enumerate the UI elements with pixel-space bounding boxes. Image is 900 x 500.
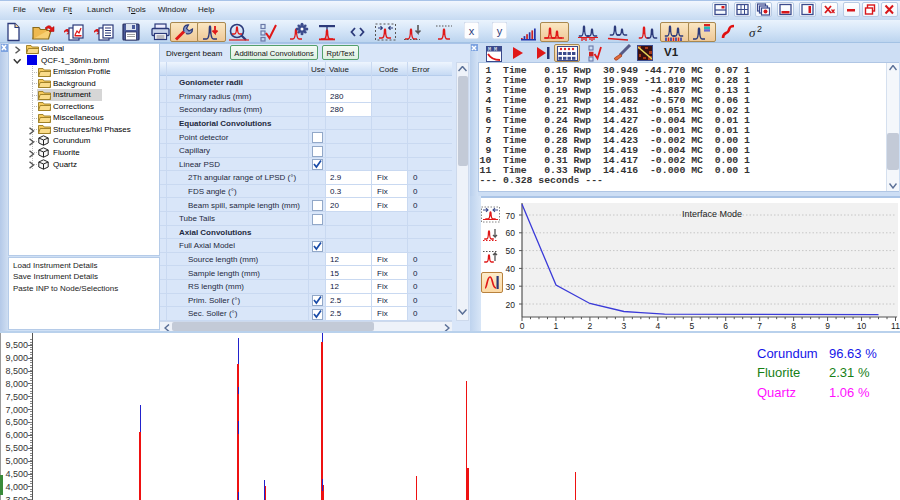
svg-text:y: y [497,25,503,37]
svg-text:2: 2 [757,24,762,34]
svg-text:x: x [469,25,475,37]
svg-text:σ: σ [749,25,756,40]
svg-text:M M: M M [488,47,497,53]
